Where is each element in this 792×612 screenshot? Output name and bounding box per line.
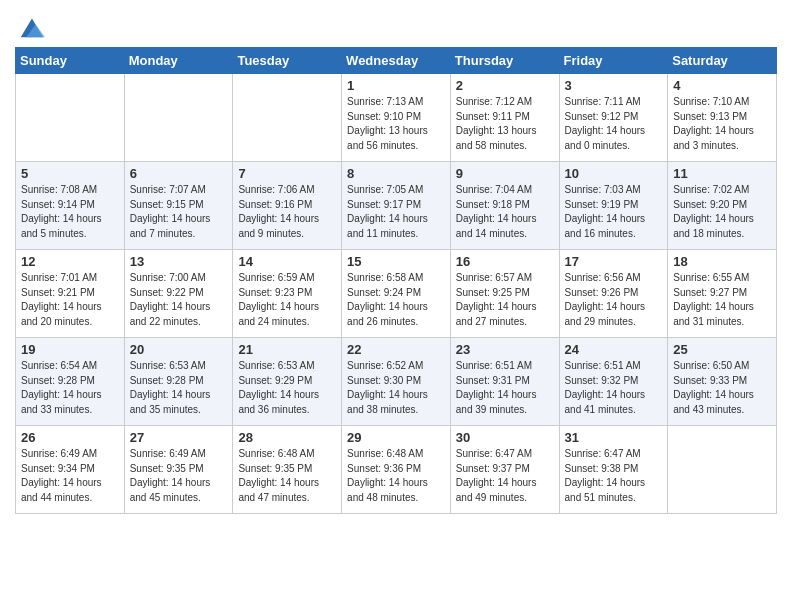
day-number: 17 [565, 254, 663, 269]
day-cell: 18Sunrise: 6:55 AM Sunset: 9:27 PM Dayli… [668, 250, 777, 338]
week-row-1: 1Sunrise: 7:13 AM Sunset: 9:10 PM Daylig… [16, 74, 777, 162]
day-cell: 4Sunrise: 7:10 AM Sunset: 9:13 PM Daylig… [668, 74, 777, 162]
day-cell: 13Sunrise: 7:00 AM Sunset: 9:22 PM Dayli… [124, 250, 233, 338]
day-number: 31 [565, 430, 663, 445]
day-info: Sunrise: 7:02 AM Sunset: 9:20 PM Dayligh… [673, 183, 771, 241]
day-number: 16 [456, 254, 554, 269]
day-cell: 16Sunrise: 6:57 AM Sunset: 9:25 PM Dayli… [450, 250, 559, 338]
day-number: 13 [130, 254, 228, 269]
day-number: 15 [347, 254, 445, 269]
day-number: 20 [130, 342, 228, 357]
weekday-header-row: SundayMondayTuesdayWednesdayThursdayFrid… [16, 48, 777, 74]
day-cell: 26Sunrise: 6:49 AM Sunset: 9:34 PM Dayli… [16, 426, 125, 514]
day-info: Sunrise: 7:06 AM Sunset: 9:16 PM Dayligh… [238, 183, 336, 241]
day-cell: 25Sunrise: 6:50 AM Sunset: 9:33 PM Dayli… [668, 338, 777, 426]
day-cell: 10Sunrise: 7:03 AM Sunset: 9:19 PM Dayli… [559, 162, 668, 250]
day-cell: 21Sunrise: 6:53 AM Sunset: 9:29 PM Dayli… [233, 338, 342, 426]
weekday-header-thursday: Thursday [450, 48, 559, 74]
day-info: Sunrise: 7:04 AM Sunset: 9:18 PM Dayligh… [456, 183, 554, 241]
week-row-2: 5Sunrise: 7:08 AM Sunset: 9:14 PM Daylig… [16, 162, 777, 250]
day-cell [233, 74, 342, 162]
day-number: 25 [673, 342, 771, 357]
weekday-header-friday: Friday [559, 48, 668, 74]
day-cell: 27Sunrise: 6:49 AM Sunset: 9:35 PM Dayli… [124, 426, 233, 514]
day-cell: 15Sunrise: 6:58 AM Sunset: 9:24 PM Dayli… [342, 250, 451, 338]
day-number: 8 [347, 166, 445, 181]
day-info: Sunrise: 6:51 AM Sunset: 9:32 PM Dayligh… [565, 359, 663, 417]
day-number: 12 [21, 254, 119, 269]
day-info: Sunrise: 6:48 AM Sunset: 9:36 PM Dayligh… [347, 447, 445, 505]
day-number: 3 [565, 78, 663, 93]
day-number: 26 [21, 430, 119, 445]
day-cell: 12Sunrise: 7:01 AM Sunset: 9:21 PM Dayli… [16, 250, 125, 338]
day-cell: 30Sunrise: 6:47 AM Sunset: 9:37 PM Dayli… [450, 426, 559, 514]
day-info: Sunrise: 6:55 AM Sunset: 9:27 PM Dayligh… [673, 271, 771, 329]
day-number: 11 [673, 166, 771, 181]
day-info: Sunrise: 7:00 AM Sunset: 9:22 PM Dayligh… [130, 271, 228, 329]
day-cell: 1Sunrise: 7:13 AM Sunset: 9:10 PM Daylig… [342, 74, 451, 162]
weekday-header-saturday: Saturday [668, 48, 777, 74]
weekday-header-monday: Monday [124, 48, 233, 74]
day-number: 6 [130, 166, 228, 181]
day-info: Sunrise: 7:13 AM Sunset: 9:10 PM Dayligh… [347, 95, 445, 153]
day-cell: 8Sunrise: 7:05 AM Sunset: 9:17 PM Daylig… [342, 162, 451, 250]
logo [15, 15, 45, 41]
day-info: Sunrise: 6:47 AM Sunset: 9:38 PM Dayligh… [565, 447, 663, 505]
day-cell [124, 74, 233, 162]
day-cell: 20Sunrise: 6:53 AM Sunset: 9:28 PM Dayli… [124, 338, 233, 426]
week-row-3: 12Sunrise: 7:01 AM Sunset: 9:21 PM Dayli… [16, 250, 777, 338]
day-info: Sunrise: 6:56 AM Sunset: 9:26 PM Dayligh… [565, 271, 663, 329]
day-cell: 3Sunrise: 7:11 AM Sunset: 9:12 PM Daylig… [559, 74, 668, 162]
day-cell: 9Sunrise: 7:04 AM Sunset: 9:18 PM Daylig… [450, 162, 559, 250]
day-number: 5 [21, 166, 119, 181]
day-info: Sunrise: 7:03 AM Sunset: 9:19 PM Dayligh… [565, 183, 663, 241]
day-number: 21 [238, 342, 336, 357]
day-info: Sunrise: 6:53 AM Sunset: 9:29 PM Dayligh… [238, 359, 336, 417]
day-cell: 29Sunrise: 6:48 AM Sunset: 9:36 PM Dayli… [342, 426, 451, 514]
day-cell [16, 74, 125, 162]
week-row-4: 19Sunrise: 6:54 AM Sunset: 9:28 PM Dayli… [16, 338, 777, 426]
day-number: 27 [130, 430, 228, 445]
day-cell: 22Sunrise: 6:52 AM Sunset: 9:30 PM Dayli… [342, 338, 451, 426]
day-number: 19 [21, 342, 119, 357]
day-number: 2 [456, 78, 554, 93]
day-number: 1 [347, 78, 445, 93]
day-cell: 7Sunrise: 7:06 AM Sunset: 9:16 PM Daylig… [233, 162, 342, 250]
calendar-table: SundayMondayTuesdayWednesdayThursdayFrid… [15, 47, 777, 514]
day-info: Sunrise: 6:59 AM Sunset: 9:23 PM Dayligh… [238, 271, 336, 329]
logo-icon [17, 13, 45, 41]
day-info: Sunrise: 6:57 AM Sunset: 9:25 PM Dayligh… [456, 271, 554, 329]
day-number: 10 [565, 166, 663, 181]
day-cell: 19Sunrise: 6:54 AM Sunset: 9:28 PM Dayli… [16, 338, 125, 426]
day-cell: 24Sunrise: 6:51 AM Sunset: 9:32 PM Dayli… [559, 338, 668, 426]
day-info: Sunrise: 6:51 AM Sunset: 9:31 PM Dayligh… [456, 359, 554, 417]
day-info: Sunrise: 6:49 AM Sunset: 9:34 PM Dayligh… [21, 447, 119, 505]
day-number: 14 [238, 254, 336, 269]
week-row-5: 26Sunrise: 6:49 AM Sunset: 9:34 PM Dayli… [16, 426, 777, 514]
day-info: Sunrise: 6:54 AM Sunset: 9:28 PM Dayligh… [21, 359, 119, 417]
day-info: Sunrise: 6:53 AM Sunset: 9:28 PM Dayligh… [130, 359, 228, 417]
day-number: 30 [456, 430, 554, 445]
day-info: Sunrise: 6:49 AM Sunset: 9:35 PM Dayligh… [130, 447, 228, 505]
day-cell: 2Sunrise: 7:12 AM Sunset: 9:11 PM Daylig… [450, 74, 559, 162]
day-info: Sunrise: 7:07 AM Sunset: 9:15 PM Dayligh… [130, 183, 228, 241]
day-info: Sunrise: 7:11 AM Sunset: 9:12 PM Dayligh… [565, 95, 663, 153]
day-cell: 6Sunrise: 7:07 AM Sunset: 9:15 PM Daylig… [124, 162, 233, 250]
day-cell: 11Sunrise: 7:02 AM Sunset: 9:20 PM Dayli… [668, 162, 777, 250]
weekday-header-wednesday: Wednesday [342, 48, 451, 74]
day-number: 29 [347, 430, 445, 445]
day-cell [668, 426, 777, 514]
day-cell: 23Sunrise: 6:51 AM Sunset: 9:31 PM Dayli… [450, 338, 559, 426]
day-info: Sunrise: 6:58 AM Sunset: 9:24 PM Dayligh… [347, 271, 445, 329]
weekday-header-tuesday: Tuesday [233, 48, 342, 74]
header [15, 10, 777, 41]
day-info: Sunrise: 6:47 AM Sunset: 9:37 PM Dayligh… [456, 447, 554, 505]
day-number: 23 [456, 342, 554, 357]
day-info: Sunrise: 7:12 AM Sunset: 9:11 PM Dayligh… [456, 95, 554, 153]
day-cell: 14Sunrise: 6:59 AM Sunset: 9:23 PM Dayli… [233, 250, 342, 338]
day-cell: 17Sunrise: 6:56 AM Sunset: 9:26 PM Dayli… [559, 250, 668, 338]
weekday-header-sunday: Sunday [16, 48, 125, 74]
day-info: Sunrise: 7:10 AM Sunset: 9:13 PM Dayligh… [673, 95, 771, 153]
day-number: 18 [673, 254, 771, 269]
day-number: 9 [456, 166, 554, 181]
